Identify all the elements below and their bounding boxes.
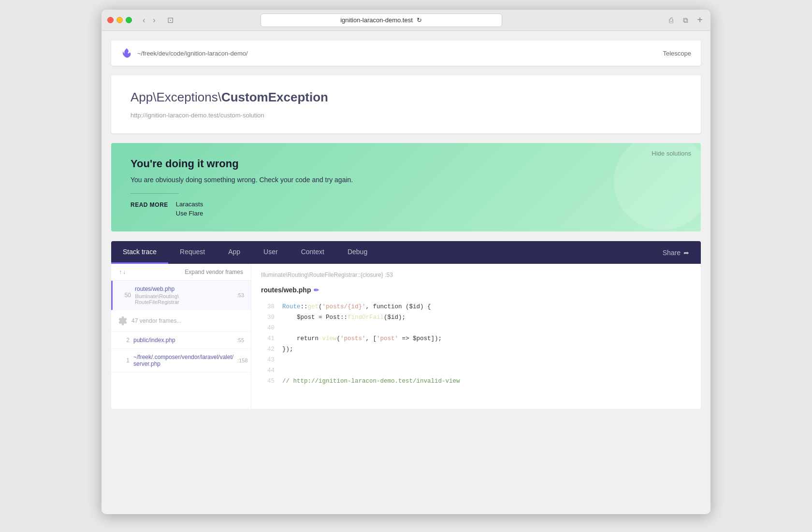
url-text: ignition-laracon-demo.test	[340, 16, 413, 24]
tab-bar: Stack trace Request App User Context Deb…	[111, 241, 701, 264]
share-icon: ➦	[683, 249, 689, 257]
code-panel: Illuminate\Routing\RouteFileRegistrar::{…	[251, 264, 701, 409]
frame-line: :55	[237, 337, 244, 343]
code-lines: 38 Route::get('posts/{id}', function ($i…	[261, 302, 691, 387]
maximize-button[interactable]	[126, 17, 132, 23]
traffic-lights	[107, 17, 132, 23]
new-tab-button[interactable]: +	[695, 14, 705, 27]
gear-icon	[118, 316, 128, 326]
sort-up-icon: ↑	[119, 269, 122, 275]
expand-vendor-button[interactable]: Expand vendor frames	[185, 269, 243, 275]
browser-window: ‹ › ⊡ ignition-laracon-demo.test ↻ ⎙ ⧉ +…	[102, 10, 710, 514]
frame-number: 2	[118, 337, 130, 344]
code-line: 44	[261, 365, 691, 376]
share-page-button[interactable]: ⎙	[666, 14, 676, 27]
address-bar[interactable]: ignition-laracon-demo.test ↻	[261, 14, 502, 27]
frame-file: public/index.php	[133, 337, 233, 344]
code-line: 41 return view('posts', ['post' => $post…	[261, 333, 691, 344]
exception-title: App\Exceptions\CustomException	[130, 90, 682, 105]
exception-url: http://ignition-laracon-demo.test/custom…	[130, 112, 682, 119]
fullscreen-button[interactable]: ⧉	[680, 14, 691, 27]
forward-button[interactable]: ›	[150, 15, 158, 26]
tab-share[interactable]: Share ➦	[651, 242, 701, 263]
code-block: 38 Route::get('posts/{id}', function ($i…	[261, 302, 691, 387]
code-breadcrumb: Illuminate\Routing\RouteFileRegistrar::{…	[261, 272, 393, 278]
minimize-button[interactable]	[116, 17, 123, 23]
tab-context[interactable]: Context	[290, 241, 336, 264]
frame-content: public/index.php	[133, 337, 233, 344]
code-line: 42 });	[261, 344, 691, 355]
use-flare-link[interactable]: Use Flare	[176, 210, 203, 217]
close-button[interactable]	[107, 17, 114, 23]
ignition-logo-icon	[121, 47, 132, 59]
frame-line: :53	[237, 292, 244, 298]
tab-user[interactable]: User	[252, 241, 290, 264]
frame-line: :158	[237, 358, 247, 363]
nav-buttons: ‹ ›	[140, 15, 159, 26]
page-content: ~/freek/dev/code/ignition-laracon-demo/ …	[102, 31, 710, 514]
frame-class: Illuminate\Routing\RouteFileRegistrar	[135, 293, 233, 305]
solution-description: You are obviously doing something wrong.…	[130, 176, 682, 184]
header-left: ~/freek/dev/code/ignition-laracon-demo/	[121, 47, 248, 59]
tab-stack-trace[interactable]: Stack trace	[111, 241, 168, 264]
read-more-label: READ MORE	[130, 201, 168, 208]
code-line: 39 $post = Post::findOrFail($id);	[261, 312, 691, 323]
frame-number: 1	[118, 357, 130, 364]
code-line: 43	[261, 355, 691, 365]
header-path: ~/freek/dev/code/ignition-laracon-demo/	[137, 50, 248, 57]
frame-item[interactable]: 2 public/index.php :55	[111, 332, 251, 349]
read-more-links: Laracasts Use Flare	[176, 201, 203, 217]
header-bar: ~/freek/dev/code/ignition-laracon-demo/ …	[111, 41, 701, 66]
frame-content: routes/web.php Illuminate\Routing\RouteF…	[135, 286, 233, 305]
tab-app[interactable]: App	[217, 241, 252, 264]
tab-debug[interactable]: Debug	[336, 241, 379, 264]
sidebar-button[interactable]: ⊡	[164, 14, 176, 26]
exception-namespace: App\Exceptions\	[130, 90, 221, 104]
frame-number: 50	[119, 292, 131, 299]
solution-divider	[130, 193, 179, 194]
frame-list: ↑ ↓ Expand vendor frames 50 routes/web.p…	[111, 264, 251, 409]
code-line: 45 // http://ignition-laracon-demo.test/…	[261, 376, 691, 387]
code-line: 38 Route::get('posts/{id}', function ($i…	[261, 302, 691, 312]
solution-title: You're doing it wrong	[130, 158, 682, 170]
code-file-name: routes/web.php ✏	[261, 286, 691, 294]
vendor-frames-row[interactable]: 47 vendor frames...	[111, 310, 251, 332]
refresh-icon[interactable]: ↻	[417, 16, 422, 24]
sort-down-icon: ↓	[123, 269, 126, 275]
hide-solutions-button[interactable]: Hide solutions	[652, 150, 691, 157]
edit-icon[interactable]: ✏	[314, 287, 319, 294]
stack-trace-section: Stack trace Request App User Context Deb…	[111, 241, 701, 409]
solution-panel: Hide solutions You're doing it wrong You…	[111, 143, 701, 231]
address-bar-actions: ⎙ ⧉ +	[666, 14, 705, 27]
title-bar: ‹ › ⊡ ignition-laracon-demo.test ↻ ⎙ ⧉ +	[102, 10, 710, 31]
stack-trace-container: ↑ ↓ Expand vendor frames 50 routes/web.p…	[111, 264, 701, 409]
telescope-link[interactable]: Telescope	[663, 50, 691, 57]
exception-section: App\Exceptions\CustomException http://ig…	[111, 75, 701, 133]
frame-file: ~/freek/.composer/vendor/laravel/valet/s…	[133, 354, 233, 367]
code-header: Illuminate\Routing\RouteFileRegistrar::{…	[261, 272, 691, 278]
back-button[interactable]: ‹	[140, 15, 148, 26]
sort-icons[interactable]: ↑ ↓	[119, 269, 126, 275]
frame-item[interactable]: 1 ~/freek/.composer/vendor/laravel/valet…	[111, 349, 251, 373]
code-line: 40	[261, 323, 691, 333]
frame-file: routes/web.php	[135, 286, 233, 292]
laracasts-link[interactable]: Laracasts	[176, 201, 203, 208]
frame-content: ~/freek/.composer/vendor/laravel/valet/s…	[133, 354, 233, 367]
read-more-row: READ MORE Laracasts Use Flare	[130, 201, 682, 217]
frame-list-header: ↑ ↓ Expand vendor frames	[111, 264, 251, 281]
frame-item[interactable]: 50 routes/web.php Illuminate\Routing\Rou…	[111, 281, 251, 310]
vendor-frames-text: 47 vendor frames...	[131, 317, 181, 324]
exception-class: CustomException	[221, 90, 328, 104]
tab-request[interactable]: Request	[168, 241, 217, 264]
